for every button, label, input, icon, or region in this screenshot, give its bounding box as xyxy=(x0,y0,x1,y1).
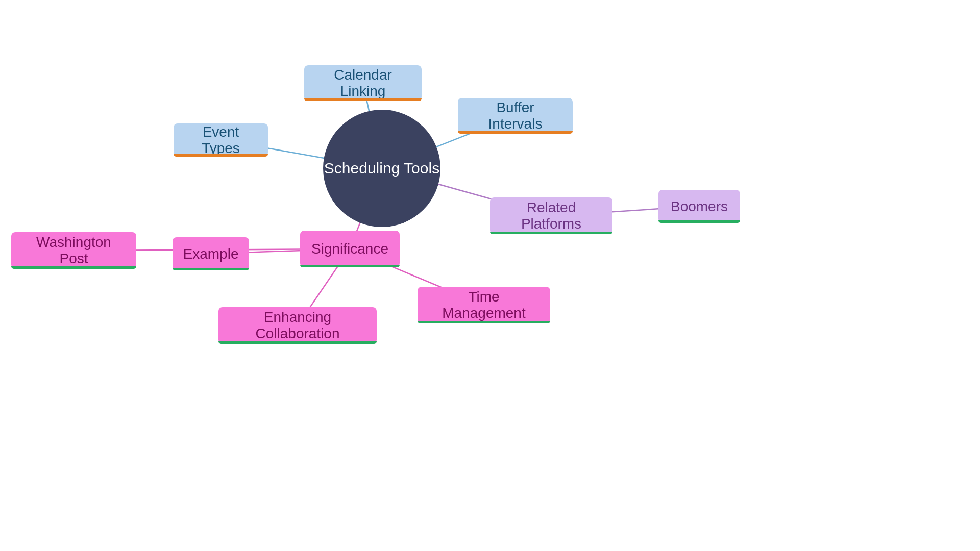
node-label: Example xyxy=(183,246,239,262)
node-label: Significance xyxy=(311,241,388,257)
node-boomers[interactable]: Boomers xyxy=(658,190,740,223)
node-label: Related Platforms xyxy=(501,199,601,232)
node-example[interactable]: Example xyxy=(173,237,249,270)
center-label: Scheduling Tools xyxy=(324,160,439,177)
node-label: Event Types xyxy=(185,124,257,157)
node-buffer-intervals[interactable]: Buffer Intervals xyxy=(458,98,573,134)
node-related-platforms[interactable]: Related Platforms xyxy=(490,197,612,234)
node-significance[interactable]: Significance xyxy=(300,231,400,267)
node-time-management[interactable]: Time Management xyxy=(418,287,550,323)
node-label: Time Management xyxy=(429,289,539,321)
node-label: Enhancing Collaboration xyxy=(230,309,365,342)
center-node[interactable]: Scheduling Tools xyxy=(323,110,440,227)
node-label: Calendar Linking xyxy=(315,67,410,99)
node-washington-post[interactable]: Washington Post xyxy=(11,232,136,269)
node-enhancing-collaboration[interactable]: Enhancing Collaboration xyxy=(218,307,377,344)
node-label: Boomers xyxy=(671,198,728,215)
node-calendar-linking[interactable]: Calendar Linking xyxy=(304,65,422,101)
node-event-types[interactable]: Event Types xyxy=(174,123,268,157)
node-label: Washington Post xyxy=(22,234,125,267)
node-label: Buffer Intervals xyxy=(469,99,561,132)
